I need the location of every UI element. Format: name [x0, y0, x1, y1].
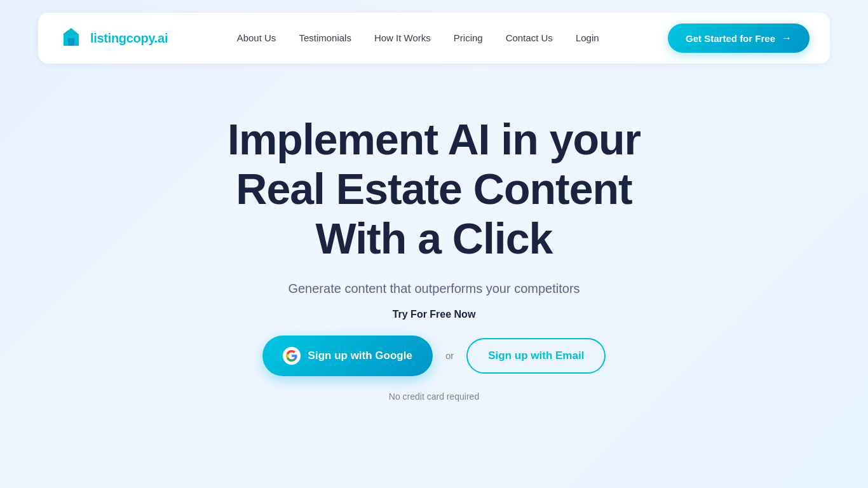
nav-testimonials[interactable]: Testimonials: [299, 32, 351, 43]
get-started-button[interactable]: Get Started for Free →: [668, 24, 810, 53]
nav-login[interactable]: Login: [576, 32, 599, 43]
hero-section: Implement AI in your Real Estate Content…: [0, 64, 868, 440]
hero-buttons: Sign up with Google or Sign up with Emai…: [262, 336, 606, 376]
brand-logo-icon: [58, 25, 84, 51]
signup-google-button[interactable]: Sign up with Google: [262, 336, 433, 376]
nav-pricing[interactable]: Pricing: [454, 32, 483, 43]
nav-how-it-works[interactable]: How It Works: [374, 32, 431, 43]
nav-contact-us[interactable]: Contact Us: [506, 32, 553, 43]
nav-about-us[interactable]: About Us: [237, 32, 276, 43]
hero-title: Implement AI in your Real Estate Content…: [227, 114, 641, 264]
svg-rect-0: [68, 38, 74, 46]
navbar: listingcopy.ai About Us Testimonials How…: [38, 13, 830, 64]
google-icon: [283, 347, 301, 365]
brand-logo-link[interactable]: listingcopy.ai: [58, 25, 168, 51]
nav-links: About Us Testimonials How It Works Prici…: [237, 32, 599, 44]
hero-cta-label: Try For Free Now: [393, 309, 476, 320]
no-credit-card-text: No credit card required: [389, 391, 479, 402]
brand-name: listingcopy.ai: [90, 31, 168, 46]
hero-subtitle: Generate content that outperforms your c…: [288, 281, 580, 296]
signup-email-button[interactable]: Sign up with Email: [466, 338, 606, 374]
arrow-icon: →: [782, 32, 792, 44]
or-separator: or: [445, 350, 454, 361]
